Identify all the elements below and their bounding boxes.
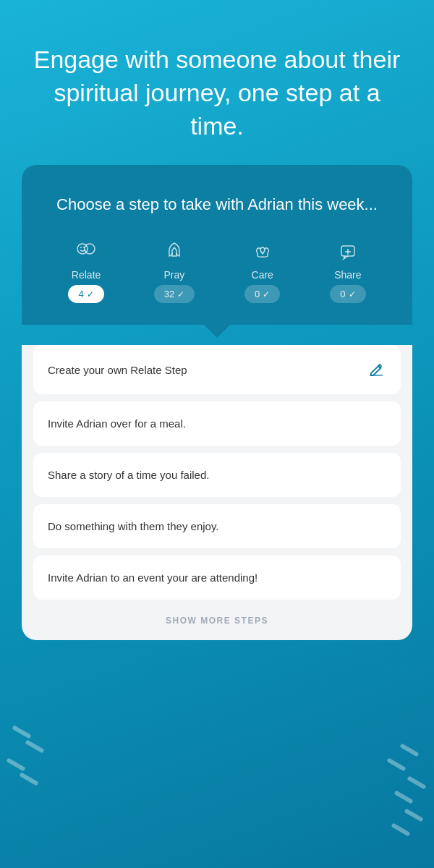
- relate-tab-badge[interactable]: 4 ✓: [68, 285, 103, 303]
- step-item-story[interactable]: Share a story of a time you failed.: [33, 453, 401, 497]
- share-tab-label: Share: [334, 269, 361, 281]
- care-tab-label: Care: [252, 269, 273, 281]
- svg-rect-7: [370, 375, 383, 376]
- main-card: Choose a step to take with Adrian this w…: [22, 165, 412, 641]
- edit-icon[interactable]: [366, 359, 386, 380]
- share-icon: [332, 236, 364, 265]
- tab-relate[interactable]: Relate 4 ✓: [68, 236, 103, 303]
- svg-point-3: [83, 247, 85, 248]
- care-tab-badge[interactable]: 0 ✓: [244, 285, 280, 303]
- step-item-custom[interactable]: Create your own Relate Step: [33, 345, 401, 394]
- tab-pray[interactable]: Pray 32 ✓: [154, 236, 195, 303]
- pray-tab-badge[interactable]: 32 ✓: [154, 285, 195, 303]
- care-icon: [247, 236, 278, 265]
- relate-tab-label: Relate: [72, 269, 101, 281]
- header-title: Engage with someone about their spiritua…: [29, 43, 405, 143]
- step-item-enjoy[interactable]: Do something with them they enjoy.: [33, 504, 401, 548]
- svg-point-2: [80, 247, 82, 248]
- svg-point-1: [85, 244, 95, 254]
- step-text-story: Share a story of a time you failed.: [48, 467, 209, 482]
- relate-icon: [70, 236, 102, 265]
- steps-list: Create your own Relate Step Invite Adria…: [22, 345, 412, 640]
- tab-share[interactable]: Share 0 ✓: [330, 236, 365, 303]
- step-item-event[interactable]: Invite Adrian to an event your are atten…: [33, 556, 401, 600]
- header-section: Engage with someone about their spiritua…: [0, 0, 434, 165]
- card-top: Choose a step to take with Adrian this w…: [22, 165, 412, 326]
- pray-icon: [158, 236, 190, 265]
- step-item-meal[interactable]: Invite Adrian over for a meal.: [33, 401, 401, 446]
- step-text-enjoy: Do something with them they enjoy.: [48, 519, 219, 534]
- show-more-button[interactable]: SHOW MORE STEPS: [22, 607, 412, 633]
- step-text-meal: Invite Adrian over for a meal.: [48, 416, 186, 431]
- step-text-custom: Create your own Relate Step: [48, 362, 187, 378]
- dropdown-arrow: [204, 325, 230, 338]
- step-text-event: Invite Adrian to an event your are atten…: [48, 570, 258, 585]
- share-tab-badge[interactable]: 0 ✓: [330, 285, 365, 303]
- tab-care[interactable]: Care 0 ✓: [244, 236, 280, 303]
- card-subtitle: Choose a step to take with Adrian this w…: [43, 194, 391, 216]
- pray-tab-label: Pray: [163, 269, 184, 281]
- tabs-row: Relate 4 ✓ Pray 32: [43, 236, 391, 310]
